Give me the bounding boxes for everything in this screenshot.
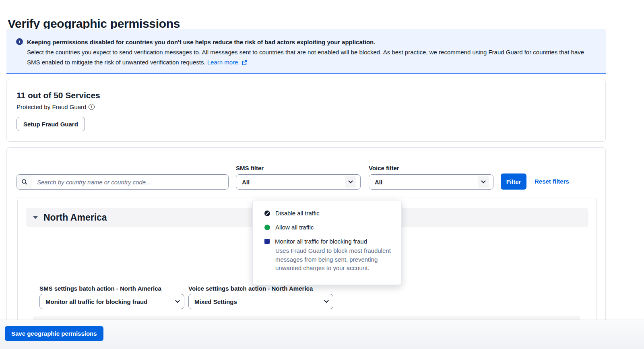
- voice-filter-select[interactable]: All: [369, 174, 493, 190]
- sms-filter-label: SMS filter: [236, 165, 264, 171]
- voice-batch-select[interactable]: Mixed Settings: [188, 294, 333, 309]
- option-label: Monitor all traffic for blocking fraud: [275, 238, 367, 245]
- sms-batch-label: SMS settings batch action - North Americ…: [39, 285, 161, 292]
- page-title: Verify geographic permissions: [8, 17, 180, 31]
- services-count-title: 11 out of 50 Services: [17, 91, 596, 100]
- info-tooltip-icon[interactable]: i: [89, 104, 95, 110]
- info-icon: i: [16, 38, 23, 45]
- info-banner: i Keeping permissions disabled for count…: [6, 29, 606, 74]
- country-search: [17, 174, 229, 190]
- traffic-options-dropdown: Disable all traffic Allow all traffic Mo…: [252, 200, 402, 285]
- collapse-triangle-icon: [33, 216, 38, 219]
- region-title: North America: [43, 212, 107, 223]
- reset-filters-link[interactable]: Reset filters: [535, 178, 569, 185]
- search-input[interactable]: [32, 175, 228, 189]
- services-card: 11 out of 50 Services Protected by Fraud…: [6, 79, 606, 142]
- option-disable-all-traffic[interactable]: Disable all traffic: [253, 206, 401, 220]
- banner-bold-text: Keeping permissions disabled for countri…: [27, 37, 375, 47]
- allow-traffic-icon: [264, 225, 270, 230]
- table-header: Country Voice channel: [33, 316, 580, 320]
- sms-batch-value: Monitor all traffic for blocking fraud: [45, 298, 175, 305]
- option-label: Disable all traffic: [275, 210, 320, 217]
- services-subtitle: Protected by Fraud Guard: [17, 103, 86, 110]
- chevron-down-icon: [324, 300, 329, 303]
- sms-filter-value: All: [242, 179, 345, 186]
- option-monitor-all-traffic[interactable]: Monitor all traffic for blocking fraud: [253, 234, 401, 246]
- monitor-traffic-icon: [264, 239, 270, 244]
- option-label: Allow all traffic: [275, 224, 314, 231]
- voice-batch-label: Voice settings batch action - North Amer…: [188, 285, 313, 292]
- option-allow-all-traffic[interactable]: Allow all traffic: [253, 220, 401, 234]
- banner-body-text: Select the countries you expect to send …: [27, 47, 594, 67]
- chevron-down-icon: [478, 176, 489, 188]
- option-description: Uses Fraud Guard to block most fraudulen…: [275, 246, 392, 273]
- save-footer: Save geographic permissions: [0, 320, 644, 349]
- setup-fraud-guard-button[interactable]: Setup Fraud Guard: [17, 117, 85, 131]
- voice-filter-label: Voice filter: [369, 165, 399, 171]
- sms-filter-select[interactable]: All: [236, 174, 361, 190]
- filter-button[interactable]: Filter: [501, 173, 526, 190]
- voice-filter-value: All: [375, 179, 478, 186]
- banner-body-span: Select the countries you expect to send …: [27, 49, 584, 66]
- learn-more-link[interactable]: Learn more.: [207, 59, 240, 66]
- external-link-icon: [242, 60, 247, 65]
- chevron-down-icon: [345, 176, 356, 188]
- save-geographic-permissions-button[interactable]: Save geographic permissions: [5, 326, 103, 341]
- chevron-down-icon: [175, 300, 180, 303]
- disable-traffic-icon: [264, 211, 270, 216]
- voice-batch-value: Mixed Settings: [194, 298, 324, 305]
- search-icon: [17, 175, 32, 189]
- sms-batch-select[interactable]: Monitor all traffic for blocking fraud: [39, 294, 184, 309]
